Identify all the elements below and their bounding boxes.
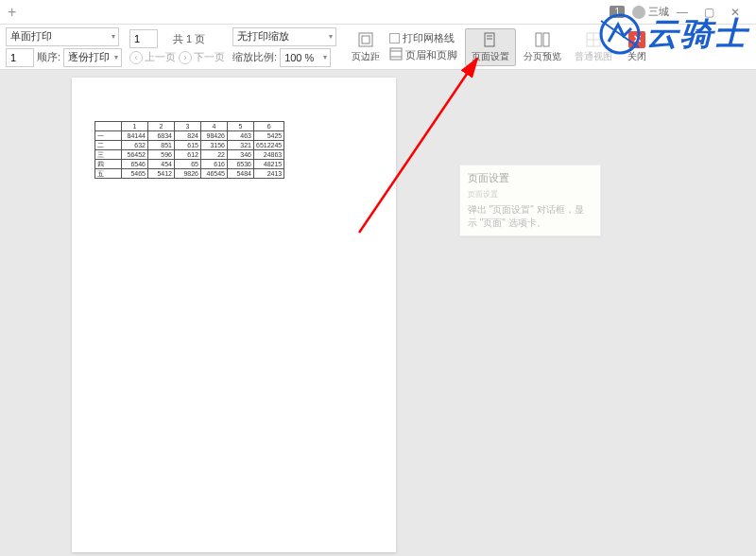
- new-tab-button[interactable]: +: [8, 4, 16, 21]
- print-side-combo[interactable]: 单面打印▾: [6, 27, 119, 46]
- scale-label: 缩放比例:: [232, 50, 277, 64]
- print-toolbar: 单面打印▾ 顺序: 逐份打印▾ 共 1 页 ‹上一页 ›下一页 无打印缩放▾ 缩…: [0, 25, 756, 70]
- username: 三城: [648, 6, 669, 17]
- gridlines-checkbox[interactable]: 打印网格线: [389, 31, 457, 45]
- chevron-down-icon: ▾: [114, 53, 118, 61]
- page-setup-tooltip: 页面设置 页面设置 弹出 "页面设置" 对话框，显示 "页面" 选项卡。: [459, 165, 601, 236]
- page-setup-icon: [481, 31, 500, 48]
- svg-rect-2: [390, 48, 402, 60]
- avatar-icon: [632, 6, 645, 19]
- chevron-down-icon: ▾: [329, 32, 333, 41]
- table-row: 三564525966122234624863: [95, 150, 284, 160]
- table-row: 一841446834824984264635425: [95, 131, 284, 141]
- page-break-icon: [533, 31, 552, 48]
- checkbox-icon: [389, 33, 400, 43]
- tooltip-body: 弹出 "页面设置" 对话框，显示 "页面" 选项卡。: [468, 203, 593, 230]
- table-row: 四654645465616653648215: [95, 160, 284, 169]
- minimize-button[interactable]: —: [669, 6, 696, 19]
- page-preview: 123456 一841446834824984264635425 二632851…: [72, 78, 396, 552]
- page-total: 共 1 页: [173, 32, 205, 46]
- copies-input[interactable]: [6, 48, 34, 67]
- table-row: 二63285161531563216512245: [95, 141, 284, 150]
- titlebar: + 1 三城 — ▢ ✕: [0, 0, 756, 25]
- svg-rect-1: [362, 36, 369, 43]
- maximize-button[interactable]: ▢: [696, 6, 722, 19]
- margin-icon: [356, 31, 375, 48]
- page-input[interactable]: [129, 29, 158, 48]
- scale-value-input[interactable]: 100 %▾: [280, 48, 331, 67]
- header-footer-button[interactable]: 页眉和页脚: [389, 47, 457, 62]
- svg-rect-9: [543, 33, 549, 46]
- notification-badge[interactable]: 1: [610, 6, 625, 18]
- tooltip-subtitle: 页面设置: [468, 189, 593, 200]
- page-break-preview-button[interactable]: 分页预览: [518, 29, 567, 65]
- chevron-down-icon: ▾: [323, 53, 327, 61]
- grid-icon: [584, 31, 603, 48]
- user-area[interactable]: 三城: [632, 5, 669, 19]
- close-button[interactable]: ✕ 关闭: [620, 29, 654, 65]
- page-setup-button[interactable]: 页面设置: [465, 28, 516, 66]
- scale-mode-combo[interactable]: 无打印缩放▾: [232, 27, 336, 46]
- preview-area: 123456 一841446834824984264635425 二632851…: [0, 70, 756, 556]
- tooltip-title: 页面设置: [468, 171, 593, 185]
- window-close-button[interactable]: ✕: [722, 6, 748, 19]
- table-row: 五5465541298264654554842413: [95, 169, 284, 179]
- normal-view-button[interactable]: 普通视图: [569, 29, 618, 65]
- margin-button[interactable]: 页边距: [346, 29, 386, 65]
- svg-rect-8: [536, 33, 541, 46]
- data-table: 123456 一841446834824984264635425 二632851…: [94, 121, 284, 179]
- svg-rect-0: [359, 33, 372, 46]
- prev-page-button[interactable]: ‹上一页: [129, 50, 176, 64]
- order-combo[interactable]: 逐份打印▾: [63, 48, 122, 67]
- order-label: 顺序:: [37, 50, 60, 64]
- next-page-button[interactable]: ›下一页: [179, 50, 225, 64]
- chevron-down-icon: ▾: [112, 32, 115, 41]
- header-footer-icon: [389, 47, 403, 62]
- svg-rect-5: [485, 33, 494, 46]
- close-icon: ✕: [628, 31, 645, 48]
